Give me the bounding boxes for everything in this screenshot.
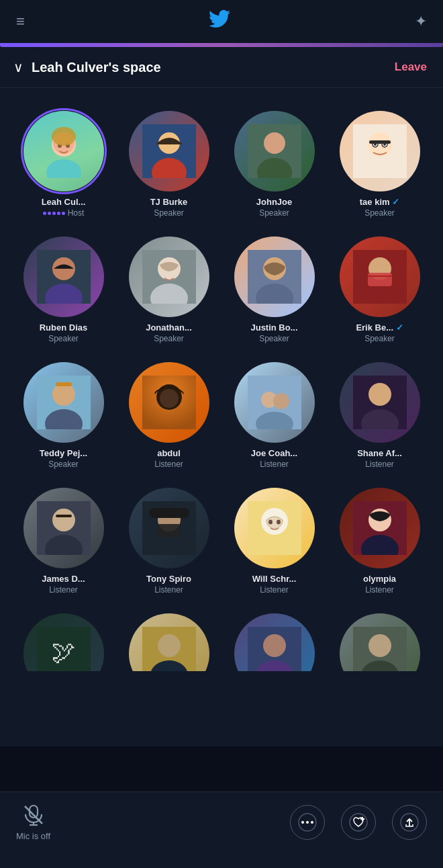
avatar-wrap-ruben	[23, 236, 104, 317]
avatar-p4	[340, 613, 420, 671]
svg-rect-52	[157, 524, 181, 537]
participant-jonathan[interactable]: Jonathan... Speaker	[116, 227, 222, 353]
main-content: Leah Cul... Host	[0, 88, 443, 746]
svg-point-57	[277, 520, 281, 525]
participant-role-tony: Listener	[154, 585, 183, 595]
participant-ruben[interactable]: Ruben Dias Speaker	[11, 227, 116, 353]
avatar-johnjoe	[234, 111, 315, 191]
participant-james[interactable]: James D... Listener	[11, 478, 116, 604]
svg-point-10	[264, 132, 285, 154]
svg-line-75	[25, 806, 42, 824]
chevron-down-icon[interactable]: ∨	[13, 59, 23, 75]
avatar-tony	[129, 488, 209, 568]
participant-teddy[interactable]: Teddy Pej... Speaker	[11, 353, 116, 478]
mic-off-label: Mic is off	[16, 831, 50, 841]
svg-point-70	[368, 634, 391, 657]
participant-p1[interactable]: 🕊	[11, 604, 116, 671]
participant-tony[interactable]: Tony Spiro Listener	[116, 478, 222, 604]
bottom-toolbar: Mic is off	[0, 791, 443, 868]
participant-role-tj: Speaker	[154, 208, 184, 218]
more-button[interactable]	[290, 805, 325, 840]
participant-name-johnjoe: JohnJoe	[256, 197, 292, 207]
participant-abdul[interactable]: abdul Listener	[116, 353, 222, 478]
svg-point-79	[311, 821, 313, 824]
avatar-wrap-justin	[234, 236, 315, 317]
mic-button[interactable]	[21, 803, 46, 827]
avatar-wrap-tony	[129, 488, 209, 568]
avatar-wrap-shane	[340, 362, 420, 443]
svg-point-1	[46, 159, 81, 178]
avatar-jonathan	[129, 236, 209, 317]
avatar-wrap-tj	[129, 111, 209, 191]
toolbar-center	[290, 805, 427, 840]
participant-olympia[interactable]: olympia Listener	[327, 478, 432, 604]
participant-p4[interactable]	[327, 604, 432, 671]
participant-role-abdul: Listener	[154, 460, 183, 469]
participants-grid: Leah Cul... Host	[11, 101, 432, 671]
mic-section: Mic is off	[16, 803, 50, 841]
svg-rect-35	[56, 382, 72, 386]
participant-leah[interactable]: Leah Cul... Host	[11, 101, 116, 227]
avatar-teddy	[23, 362, 104, 443]
svg-rect-31	[368, 275, 392, 277]
avatar-will	[234, 488, 315, 568]
participant-role-james: Listener	[49, 585, 78, 595]
participant-name-jonathan: Jonathan...	[146, 322, 192, 333]
svg-rect-18	[369, 140, 391, 144]
participant-role-erik: Speaker	[364, 334, 395, 343]
svg-rect-30	[368, 273, 392, 286]
avatar-wrap-p2	[129, 613, 209, 671]
participant-role-olympia: Listener	[365, 585, 394, 595]
avatar-justin	[234, 236, 315, 317]
host-dots	[43, 212, 65, 215]
participant-name-tae: tae kim ✓	[360, 197, 399, 207]
participant-name-tony: Tony Spiro	[146, 574, 191, 584]
leave-button[interactable]: Leave	[395, 60, 427, 74]
participant-role-will: Listener	[260, 585, 289, 595]
participant-name-teddy: Teddy Pej...	[40, 448, 87, 458]
participant-role-joe: Listener	[260, 460, 289, 469]
participant-will[interactable]: Will Schr... Listener	[222, 478, 327, 604]
menu-icon[interactable]: ≡	[16, 13, 25, 30]
share-button[interactable]	[392, 805, 427, 840]
svg-text:🕊: 🕊	[52, 638, 76, 666]
participant-name-leah: Leah Cul...	[42, 197, 86, 207]
participant-role-shane: Listener	[365, 460, 394, 469]
heart-plus-button[interactable]	[341, 805, 376, 840]
space-title: Leah Culver's space	[32, 60, 161, 75]
participant-justin[interactable]: Justin Bo... Speaker	[222, 227, 327, 353]
participant-johnjoe[interactable]: JohnJoe Speaker	[222, 101, 327, 227]
svg-point-64	[158, 634, 181, 657]
avatar-wrap-james	[23, 488, 104, 568]
participant-shane[interactable]: Shane Af... Listener	[327, 353, 432, 478]
participant-tae[interactable]: tae kim ✓ Speaker	[327, 101, 432, 227]
participant-name-joe: Joe Coah...	[251, 448, 297, 458]
participant-name-shane: Shane Af...	[357, 448, 402, 458]
avatar-james	[23, 488, 104, 568]
svg-point-5	[52, 127, 76, 146]
avatar-abdul	[129, 362, 209, 443]
avatar-wrap-p3	[234, 613, 315, 671]
participant-p3[interactable]	[222, 604, 327, 671]
svg-point-44	[368, 383, 391, 406]
svg-point-47	[52, 509, 75, 531]
svg-point-80	[350, 814, 367, 831]
participant-name-ruben: Ruben Dias	[40, 322, 88, 333]
participant-role-leah: Host	[43, 208, 85, 218]
participant-joe[interactable]: Joe Coah... Listener	[222, 353, 327, 478]
avatar-wrap-p4	[340, 613, 420, 671]
participant-tj[interactable]: TJ Burke Speaker	[116, 101, 222, 227]
avatar-p1: 🕊	[23, 613, 104, 671]
svg-point-56	[268, 520, 273, 525]
participant-name-james: James D...	[42, 574, 85, 584]
avatar-wrap-leah	[23, 111, 104, 191]
participant-name-tj: TJ Burke	[150, 197, 188, 207]
space-header-left: ∨ Leah Culver's space	[13, 59, 161, 75]
avatar-tj	[129, 111, 209, 191]
participant-erik[interactable]: Erik Be... ✓ Speaker	[327, 227, 432, 353]
svg-point-77	[301, 821, 304, 824]
sparkle-icon[interactable]: ✦	[415, 13, 427, 30]
participant-name-abdul: abdul	[157, 448, 181, 458]
participant-p2[interactable]	[116, 604, 222, 671]
svg-point-38	[160, 389, 179, 408]
